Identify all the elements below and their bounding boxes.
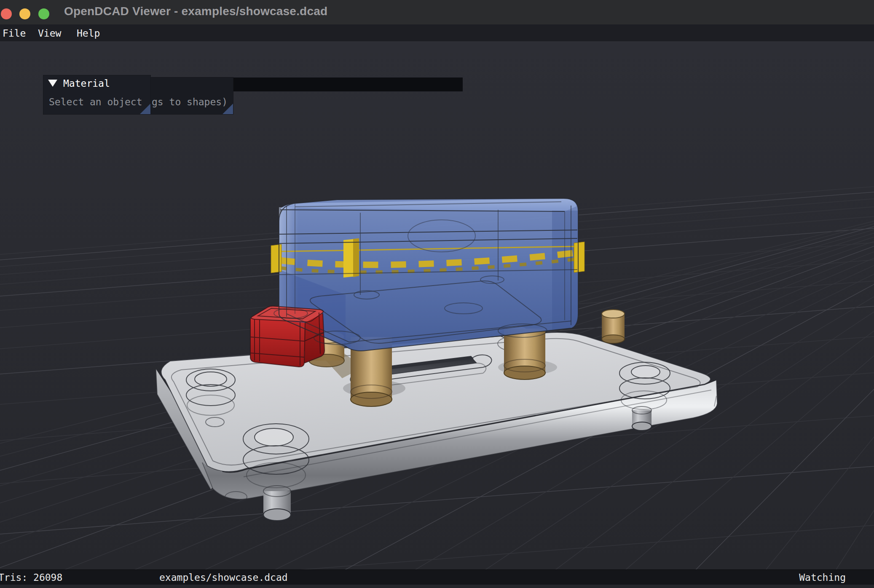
triangle-count: Tris: 26098 bbox=[0, 570, 62, 585]
menu-view[interactable]: View bbox=[38, 24, 61, 41]
material-panel[interactable]: Material Select an object bbox=[43, 75, 150, 114]
minimize-button[interactable] bbox=[19, 8, 30, 19]
collapsed-panel-bar[interactable] bbox=[233, 78, 463, 91]
opendcad-window: { "window": { "title": "OpenDCAD Viewer … bbox=[0, 0, 874, 588]
close-button[interactable] bbox=[1, 8, 12, 19]
viewport-3d[interactable] bbox=[0, 41, 874, 569]
material-panel-title: Material bbox=[63, 78, 110, 89]
window-title: OpenDCAD Viewer - examples/showcase.dcad bbox=[64, 0, 327, 24]
status-bar-strip: Tris: 26098 examples/showcase.dcad Watch… bbox=[0, 569, 874, 585]
scene-canvas bbox=[0, 41, 874, 569]
collapse-triangle-icon[interactable] bbox=[48, 80, 57, 87]
resize-handle-icon[interactable] bbox=[140, 104, 150, 114]
menu-bar: File View Help bbox=[0, 24, 874, 41]
resize-handle-icon[interactable] bbox=[223, 104, 233, 114]
clipped-tooltip-text: gs to shapes) bbox=[152, 96, 228, 107]
zoom-button[interactable] bbox=[38, 8, 49, 19]
menu-help[interactable]: Help bbox=[77, 24, 100, 41]
clipped-tooltip-panel[interactable]: gs to shapes) bbox=[150, 78, 233, 114]
material-panel-hint: Select an object bbox=[49, 96, 142, 107]
watch-status: Watching bbox=[799, 570, 846, 585]
base-plate-3d bbox=[156, 323, 717, 521]
material-panel-header[interactable]: Material bbox=[43, 75, 150, 92]
menu-file[interactable]: File bbox=[3, 24, 26, 41]
open-file-path: examples/showcase.dcad bbox=[159, 570, 288, 585]
status-bar: Tris: 26098 examples/showcase.dcad Watch… bbox=[0, 569, 874, 588]
button-3d bbox=[250, 306, 324, 367]
title-bar: OpenDCAD Viewer - examples/showcase.dcad bbox=[0, 0, 874, 24]
